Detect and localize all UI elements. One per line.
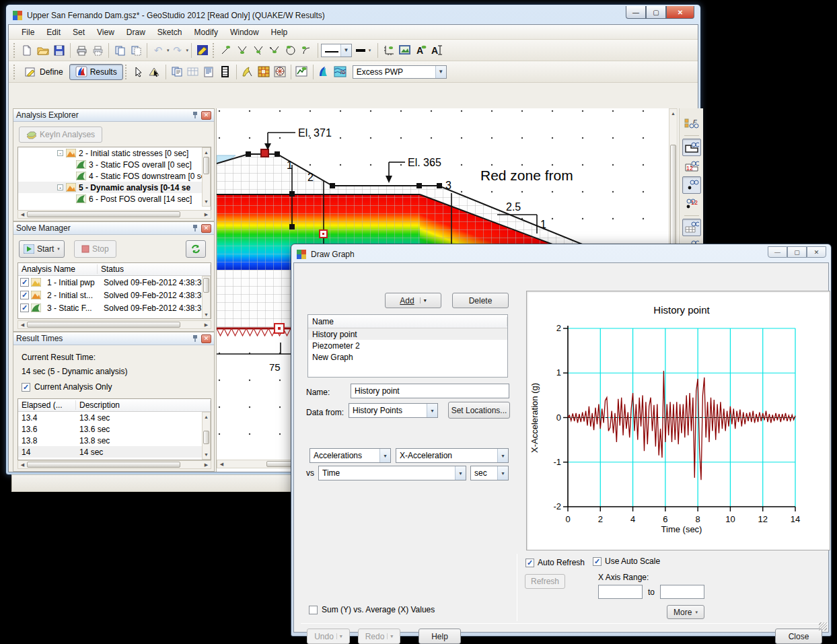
view-report-button[interactable] [201,64,217,80]
tree-item-static-fos-downstream[interactable]: 4 - Static FOS downstream [0 sec] [18,170,211,182]
zoom-select-button[interactable] [147,64,163,80]
dialog-close-action-button[interactable]: Close [775,629,822,644]
view-regions-button[interactable] [682,139,701,156]
view-node-numbers-button[interactable]: 12 [682,195,701,213]
resize-grip[interactable] [819,622,827,631]
view-region-numbers-button[interactable]: 12 [682,157,701,175]
redo-button[interactable]: ↷ [170,42,186,59]
column-elapsed[interactable]: Elapsed (... [18,400,76,410]
times-horizontal-scrollbar[interactable]: ◀ ▶ [17,460,211,469]
redo-dropdown-icon[interactable]: ▾ [186,48,189,53]
contour-lines-button[interactable]: 70 [332,64,349,80]
sketch-text-button[interactable]: A [413,42,429,59]
scroll-left-icon[interactable]: ◀ [217,462,226,467]
stop-button[interactable]: Stop [74,240,116,258]
minimize-button[interactable]: — [626,6,646,19]
x-range-max-input[interactable] [660,585,704,599]
view-nodes-button[interactable] [682,176,701,194]
start-button[interactable]: Start ▾ [19,240,65,258]
line-style-combo[interactable]: ▼ [321,44,352,57]
contour-legend-button[interactable] [272,64,288,80]
graph-list-header[interactable]: Name [308,317,507,326]
row-checkbox[interactable]: ✓ [20,278,29,287]
view-function-info-button[interactable]: F [682,115,701,133]
collapse-icon[interactable]: - [57,150,63,156]
maximize-button[interactable]: ▢ [646,6,666,19]
close-button[interactable]: ✕ [666,6,694,19]
history-point-crest-marker[interactable] [261,149,268,157]
title-bar[interactable]: Upper San Fernando Dam.gsz* - GeoStudio … [8,7,698,24]
define-button[interactable]: Define [19,64,69,80]
menu-help[interactable]: Help [265,26,294,38]
data-from-combo[interactable]: History Points ▾ [349,403,438,418]
draw-polyline-tool[interactable] [266,42,283,59]
panel-close-icon[interactable]: ✕ [201,224,211,233]
draw-arc-tool[interactable] [299,42,315,59]
scroll-up-icon[interactable]: ▲ [204,413,209,421]
print-preview-button[interactable] [89,42,106,59]
redo-button[interactable]: Redo ▾ [358,629,400,644]
graph-item-history-point[interactable]: History point [308,328,507,340]
draw-circle-tool[interactable] [283,42,299,59]
scroll-left-icon[interactable]: ◀ [18,212,27,217]
undo-button[interactable]: Undo ▾ [307,629,350,644]
copy-view-button[interactable] [169,64,185,80]
scroll-up-icon[interactable]: ▲ [204,148,209,157]
dialog-minimize-button[interactable]: — [768,246,787,258]
time-row-4-selected[interactable]: 14 14 sec [18,446,211,458]
refresh-button[interactable]: Refresh [525,574,565,589]
pin-icon[interactable] [192,111,198,119]
parameter-group-combo[interactable]: Accelerations ▾ [310,448,391,463]
sketch-axes-button[interactable] [381,42,397,59]
contour-fill-button[interactable] [316,64,332,80]
scroll-down-icon[interactable]: ▼ [204,197,209,206]
menu-view[interactable]: View [91,26,120,38]
scroll-left-icon[interactable]: ◀ [18,462,27,468]
more-button[interactable]: More ▾ [667,605,704,619]
tree-vertical-scrollbar[interactable]: ▲ ▼ [202,147,211,207]
pin-icon[interactable] [192,334,198,343]
add-graph-button[interactable]: Add ▾ [385,293,441,308]
graph-item-piezometer-2[interactable]: Piezometer 2 [308,340,507,351]
menu-set[interactable]: Set [67,26,91,38]
menu-window[interactable]: Window [224,26,265,38]
column-analysis-name[interactable]: Analysis Name [18,264,98,274]
panel-close-icon[interactable]: ✕ [201,111,211,120]
open-file-button[interactable] [35,42,51,59]
x-unit-combo[interactable]: sec ▾ [470,466,509,480]
menu-sketch[interactable]: Sketch [151,26,188,38]
contour-parameter-combo[interactable]: Excess PWP ▼ [353,65,447,79]
line-weight-combo[interactable]: ▾ [352,42,375,59]
row-checkbox[interactable]: ✓ [20,303,29,312]
parameter-combo[interactable]: X-Acceleration ▾ [396,448,509,463]
pin-icon[interactable] [192,224,198,232]
draw-regions-tool[interactable] [250,42,266,59]
menu-edit[interactable]: Edit [40,26,67,38]
times-vertical-scrollbar[interactable]: ▲ ▼ [202,412,211,460]
copy-button[interactable] [112,42,128,59]
scroll-right-icon[interactable]: ▶ [202,462,211,468]
x-parameter-combo[interactable]: Time ▾ [318,466,466,480]
table-vertical-scrollbar[interactable]: ▼ [202,276,211,319]
animation-button[interactable] [217,64,233,80]
object-inspector-button[interactable] [194,42,211,59]
column-status[interactable]: Status [98,264,211,274]
new-document-button[interactable] [19,42,35,59]
table-horizontal-scrollbar[interactable]: ◀ ▶ [17,320,211,329]
time-row-1[interactable]: 13.4 13.4 sec [18,412,211,423]
copy-special-button[interactable] [128,42,144,59]
results-button[interactable]: Results [69,64,123,80]
scroll-left-icon[interactable]: ◀ [18,322,27,328]
menu-modify[interactable]: Modify [188,26,224,38]
tree-horizontal-scrollbar[interactable]: ◀ ▶ [17,210,211,219]
solve-row-3[interactable]: ✓ 3 - Static F... Solved 09-Feb-2012 4:3… [18,301,211,314]
add-picture-button[interactable] [397,42,413,59]
add-dropdown-icon[interactable]: ▾ [420,297,427,303]
menu-file[interactable]: File [15,26,40,38]
draw-points-tool[interactable] [218,42,234,59]
graph-item-new-graph[interactable]: New Graph [308,351,507,363]
tree-item-initial-static[interactable]: - 2 - Initial static stresses [0 sec] [18,147,211,159]
tree-item-dynamic-analysis[interactable]: - 5 - Dynamic analysis [0-14 se [18,182,211,193]
undo-dropdown-icon[interactable]: ▾ [167,48,170,53]
use-auto-scale-checkbox[interactable]: ✓ Use Auto Scale [593,557,660,566]
